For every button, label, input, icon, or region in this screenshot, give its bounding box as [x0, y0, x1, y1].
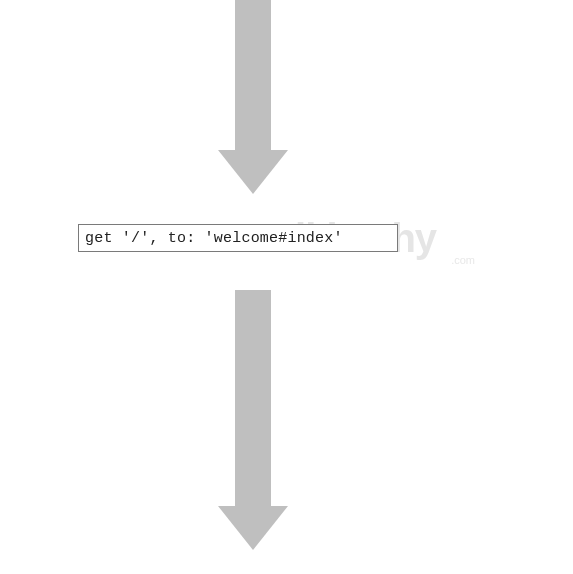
arrow-down-icon [218, 0, 288, 194]
code-snippet-box: get '/', to: 'welcome#index' [78, 224, 398, 252]
arrow-down-icon [218, 290, 288, 550]
arrow-shaft [235, 0, 271, 150]
code-snippet-text: get '/', to: 'welcome#index' [85, 230, 343, 247]
arrow-shaft [235, 290, 271, 506]
arrow-head [218, 150, 288, 194]
arrow-head [218, 506, 288, 550]
diagram-canvas: wikitechy .com get '/', to: 'welcome#ind… [0, 0, 573, 574]
watermark-suffix: .com [451, 254, 475, 266]
